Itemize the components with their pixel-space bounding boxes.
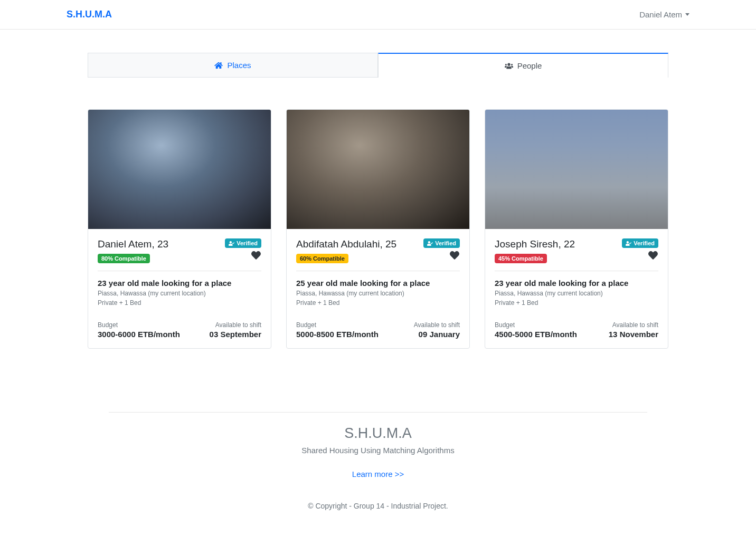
footer: S.H.U.M.A Shared Housing Using Matching … bbox=[0, 412, 756, 531]
footer-copyright: © Copyright - Group 14 - Industrial Proj… bbox=[0, 502, 756, 510]
heart-icon bbox=[449, 253, 460, 262]
compatibility-badge: 60% Compatible bbox=[296, 254, 348, 263]
person-room: Private + 1 Bed bbox=[98, 299, 261, 307]
person-desc: 23 year old male looking for a place bbox=[98, 279, 261, 288]
person-location: Piassa, Hawassa (my current location) bbox=[495, 290, 658, 297]
favorite-button[interactable] bbox=[622, 251, 658, 262]
tabs: Places People bbox=[88, 53, 668, 78]
available-label: Available to shift bbox=[414, 321, 460, 329]
budget-label: Budget bbox=[98, 321, 180, 329]
person-desc: 25 year old male looking for a place bbox=[296, 279, 460, 288]
card-image bbox=[88, 110, 271, 229]
verified-badge: Verified bbox=[423, 238, 460, 248]
card-image bbox=[485, 110, 668, 229]
house-icon bbox=[214, 62, 223, 69]
person-desc: 23 year old male looking for a place bbox=[495, 279, 658, 288]
person-location: Piassa, Hawassa (my current location) bbox=[98, 290, 261, 297]
verified-badge: Verified bbox=[622, 238, 658, 248]
users-icon bbox=[505, 62, 513, 70]
user-menu-dropdown[interactable]: Daniel Atem bbox=[639, 10, 689, 19]
budget-value: 3000-6000 ETB/month bbox=[98, 330, 180, 339]
budget-label: Budget bbox=[495, 321, 577, 329]
available-value: 09 January bbox=[414, 330, 460, 339]
verified-label: Verified bbox=[435, 240, 456, 246]
card-image bbox=[287, 110, 469, 229]
verified-label: Verified bbox=[634, 240, 655, 246]
favorite-button[interactable] bbox=[225, 251, 261, 262]
favorite-button[interactable] bbox=[423, 251, 460, 262]
person-name: Abdifatah Abdulahi, 25 bbox=[296, 238, 396, 250]
caret-down-icon bbox=[685, 13, 689, 16]
person-name: Joseph Siresh, 22 bbox=[495, 238, 575, 250]
footer-sub: Shared Housing Using Matching Algorithms bbox=[0, 446, 756, 455]
brand-logo[interactable]: S.H.U.M.A bbox=[67, 9, 112, 20]
person-location: Piassa, Hawassa (my current location) bbox=[296, 290, 460, 297]
tab-places[interactable]: Places bbox=[88, 53, 378, 78]
user-name: Daniel Atem bbox=[639, 10, 682, 19]
budget-label: Budget bbox=[296, 321, 379, 329]
budget-value: 4500-5000 ETB/month bbox=[495, 330, 577, 339]
footer-learn-more-link[interactable]: Learn more >> bbox=[0, 470, 756, 478]
available-label: Available to shift bbox=[210, 321, 261, 329]
tab-people-label: People bbox=[517, 61, 542, 70]
verified-label: Verified bbox=[237, 240, 258, 246]
person-room: Private + 1 Bed bbox=[495, 299, 658, 307]
compatibility-badge: 80% Compatible bbox=[98, 254, 150, 263]
tab-people[interactable]: People bbox=[378, 53, 668, 78]
heart-icon bbox=[648, 253, 658, 262]
person-room: Private + 1 Bed bbox=[296, 299, 460, 307]
person-card[interactable]: Abdifatah Abdulahi, 2560% Compatible Ver… bbox=[286, 109, 470, 349]
compatibility-badge: 45% Compatible bbox=[495, 254, 547, 263]
available-label: Available to shift bbox=[609, 321, 658, 329]
budget-value: 5000-8500 ETB/month bbox=[296, 330, 379, 339]
heart-icon bbox=[251, 253, 261, 262]
available-value: 13 November bbox=[609, 330, 658, 339]
available-value: 03 September bbox=[210, 330, 261, 339]
cards-grid: Daniel Atem, 2380% Compatible Verified23… bbox=[88, 109, 668, 349]
footer-title: S.H.U.M.A bbox=[0, 425, 756, 442]
navbar: S.H.U.M.A Daniel Atem bbox=[0, 0, 756, 30]
verified-badge: Verified bbox=[225, 238, 261, 248]
tab-places-label: Places bbox=[227, 61, 251, 70]
person-name: Daniel Atem, 23 bbox=[98, 238, 168, 250]
person-card[interactable]: Joseph Siresh, 2245% Compatible Verified… bbox=[485, 109, 668, 349]
person-card[interactable]: Daniel Atem, 2380% Compatible Verified23… bbox=[88, 109, 271, 349]
